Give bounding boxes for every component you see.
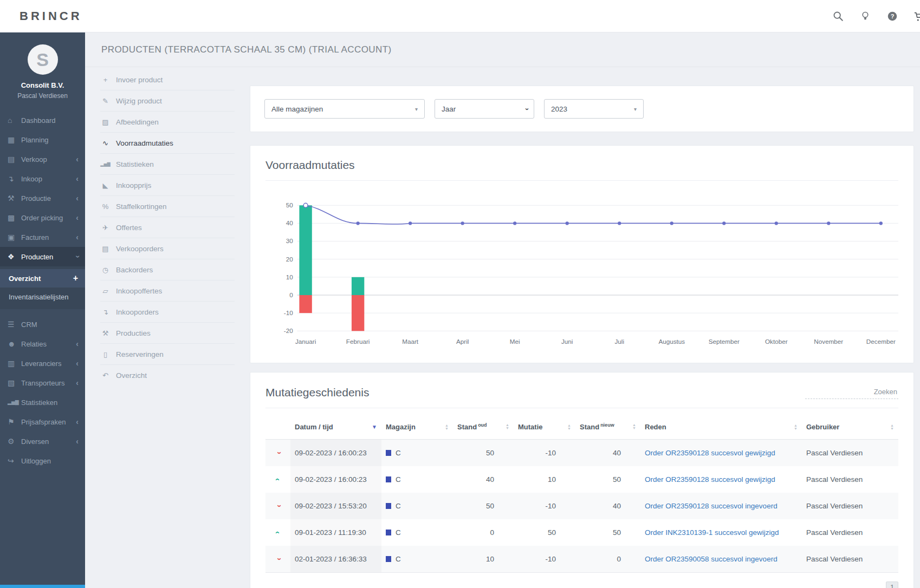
line-point-september[interactable] <box>722 221 725 225</box>
warehouse-select[interactable]: Alle magazijnen ▾ <box>264 99 425 119</box>
product-menu-item-backorders[interactable]: ◷Backorders <box>100 259 235 280</box>
product-menu-item-invoer-product[interactable]: +Invoer product <box>100 69 235 90</box>
sidebar-item-planning[interactable]: ▦Planning <box>0 130 85 149</box>
gebruiker-cell: Pascal Verdiesen <box>802 502 898 510</box>
lightbulb-icon[interactable] <box>859 10 871 22</box>
sidebar-item-uitloggen[interactable]: ↪Uitloggen <box>0 451 85 471</box>
product-menu-item-reserveringen[interactable]: ▯Reserveringen <box>100 344 235 365</box>
line-point-november[interactable] <box>827 221 830 225</box>
cart-icon[interactable] <box>913 10 920 22</box>
product-menu: +Invoer product✎Wijzig product▨Afbeeldin… <box>100 69 235 386</box>
sidebar-item-statistieken[interactable]: ▂▅▇Statistieken <box>0 393 85 412</box>
logout-icon: ↪ <box>8 456 21 465</box>
product-menu-item-label: Statistieken <box>116 160 154 168</box>
sidebar-item-leveranciers[interactable]: ▥Leveranciers‹ <box>0 354 85 373</box>
sidebar-item-facturen[interactable]: ▣Facturen‹ <box>0 227 85 247</box>
sidebar-item-verkoop[interactable]: ▤Verkoop‹ <box>0 149 85 169</box>
price-tag-icon: ⚑ <box>8 417 21 426</box>
line-point-juli[interactable] <box>618 221 621 225</box>
bar-positive-januari[interactable] <box>299 205 312 295</box>
sidebar-item-producten[interactable]: ❖Producten‹ <box>0 247 85 266</box>
wrench-icon: ⚒ <box>100 329 111 337</box>
help-icon[interactable]: ? <box>886 10 898 22</box>
order-link[interactable]: Order OR23590128 succesvol ingevoerd <box>645 502 778 510</box>
product-menu-item-statistieken[interactable]: ▂▅▇Statistieken <box>100 154 235 175</box>
column-header-sup: oud <box>478 422 487 428</box>
x-tick-label: September <box>709 338 740 345</box>
order-link[interactable]: Order INK2310139-1 succesvol gewijzigd <box>645 528 779 537</box>
column-header-label: Mutatie <box>518 423 543 431</box>
page-button[interactable]: 1 <box>886 582 898 588</box>
order-link[interactable]: Order OR23590128 succesvol gewijzigd <box>645 475 775 484</box>
sidebar-item-dashboard[interactable]: ⌂Dashboard <box>0 110 85 130</box>
column-header-stand-nieuw[interactable]: Standnieuw▲▼ <box>575 422 640 431</box>
period-select[interactable]: Jaar ‹ <box>435 99 534 119</box>
sidebar-item-inkoop[interactable]: ↴Inkoop‹ <box>0 169 85 188</box>
line-point-maart[interactable] <box>409 221 412 225</box>
product-menu-item-wijzig-product[interactable]: ✎Wijzig product <box>100 90 235 112</box>
product-menu-item-offertes[interactable]: ✈Offertes <box>100 217 235 238</box>
order-link[interactable]: Order OR23590128 succesvol gewijzigd <box>645 449 775 457</box>
expand-cell[interactable]: ‹ <box>265 475 290 484</box>
product-menu-item-label: Reserveringen <box>116 350 164 358</box>
calendar-icon: ▦ <box>8 135 21 144</box>
line-point-juni[interactable] <box>566 221 569 225</box>
line-chart-icon: ∿ <box>100 139 111 147</box>
product-menu-item-afbeeldingen[interactable]: ▨Afbeeldingen <box>100 112 235 133</box>
bar-positive-februari[interactable] <box>352 277 364 295</box>
warehouse-label: C <box>396 555 401 563</box>
expand-cell[interactable]: ‹ <box>265 554 290 564</box>
sidebar-item-prijsafspraken[interactable]: ⚑Prijsafspraken‹ <box>0 412 85 432</box>
column-header-stand-oud[interactable]: Standoud▲▼ <box>453 422 514 431</box>
line-point-mei[interactable] <box>513 221 516 225</box>
search-input[interactable] <box>805 386 898 399</box>
line-point-april[interactable] <box>461 221 464 225</box>
column-header-label: Standnieuw <box>580 422 614 431</box>
column-header-reden[interactable]: Reden▲▼ <box>640 423 802 431</box>
product-menu-item-inkoopoffertes[interactable]: ▱Inkoopoffertes <box>100 280 235 302</box>
product-menu-item-overzicht[interactable]: ↶Overzicht <box>100 365 235 386</box>
product-menu-item-verkooporders[interactable]: ▤Verkooporders <box>100 238 235 259</box>
column-header-datum-tijd[interactable]: Datum / tijd▼ <box>290 423 381 431</box>
warehouse-cell: C <box>381 555 453 563</box>
product-menu-item-inkoopprijs[interactable]: ◣Inkoopprijs <box>100 175 235 196</box>
sidebar-subitem-inventarisatielijsten[interactable]: Inventarisatielijsten <box>0 288 85 306</box>
expand-cell[interactable]: ‹ <box>265 501 290 511</box>
column-header-mutatie[interactable]: Mutatie▲▼ <box>514 423 575 431</box>
product-menu-item-inkooporders[interactable]: ↴Inkooporders <box>100 302 235 323</box>
product-menu-item-voorraadmutaties[interactable]: ∿Voorraadmutaties <box>100 133 235 154</box>
line-point-januari[interactable] <box>303 203 308 207</box>
brand-logo[interactable]: BRINCR <box>20 9 82 23</box>
product-menu-item-producties[interactable]: ⚒Producties <box>100 323 235 344</box>
expand-cell[interactable]: ‹ <box>265 448 290 458</box>
sidebar-subitem-overzicht[interactable]: Overzicht+ <box>0 269 85 288</box>
table-title: Mutatiegeschiedenis <box>265 386 369 399</box>
column-header-gebruiker[interactable]: Gebruiker▲▼ <box>802 423 898 431</box>
sidebar-item-transporteurs[interactable]: ▧Transporteurs‹ <box>0 373 85 393</box>
product-menu-item-staffelkortingen[interactable]: %Staffelkortingen <box>100 196 235 217</box>
sidebar-item-label: Producten <box>21 253 76 261</box>
year-select[interactable]: 2023 ▾ <box>544 99 644 119</box>
line-point-oktober[interactable] <box>775 221 778 225</box>
y-tick-label: -20 <box>284 327 293 334</box>
add-icon[interactable]: + <box>73 273 78 283</box>
reden-cell: Order OR23590128 succesvol ingevoerd <box>640 502 802 510</box>
bar-negative-januari[interactable] <box>299 295 312 313</box>
product-menu-item-label: Staffelkortingen <box>116 202 167 211</box>
line-point-februari[interactable] <box>356 221 359 225</box>
sidebar-item-productie[interactable]: ⚒Productie‹ <box>0 188 85 208</box>
sidebar-item-order-picking[interactable]: ▩Order picking‹ <box>0 208 85 227</box>
line-point-december[interactable] <box>879 221 883 225</box>
search-icon[interactable] <box>832 10 844 22</box>
y-tick-label: 50 <box>286 201 294 208</box>
bar-negative-februari[interactable] <box>352 295 364 331</box>
line-point-augustus[interactable] <box>670 221 673 225</box>
order-link[interactable]: Order OR23590058 succesvol ingevoerd <box>645 555 778 563</box>
chevron-down-icon: ‹ <box>274 505 283 507</box>
expand-cell[interactable]: ‹ <box>265 528 290 537</box>
sidebar-item-diversen[interactable]: ⚙Diversen‹ <box>0 432 85 451</box>
sidebar-item-crm[interactable]: ☰CRM <box>0 315 85 334</box>
column-header-magazijn[interactable]: Magazijn▲▼ <box>381 423 453 431</box>
sidebar-item-relaties[interactable]: ☻Relaties‹ <box>0 334 85 354</box>
banknote-icon: ▣ <box>8 233 21 241</box>
